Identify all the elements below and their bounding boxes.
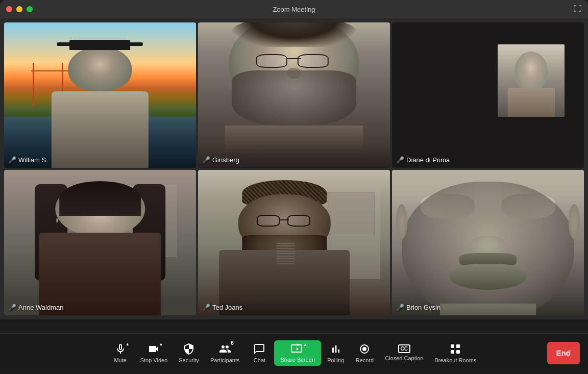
video-arrow[interactable]: ▲ bbox=[159, 342, 163, 346]
traffic-lights bbox=[6, 6, 33, 12]
security-label: Security bbox=[179, 357, 199, 363]
participant-cell-william: 🎤 William S. bbox=[4, 22, 196, 168]
video-grid: 🎤 William S. bbox=[0, 18, 588, 319]
participant-cell-ginsberg: 🎤 Ginsberg bbox=[198, 22, 390, 168]
participant-name-ginsberg: 🎤 Ginsberg bbox=[202, 156, 239, 164]
share-screen-label: Share Screen bbox=[280, 357, 314, 363]
mic-muted-icon-diane: 🎤 bbox=[396, 156, 404, 164]
cc-icon: CC bbox=[398, 344, 410, 353]
record-label: Record bbox=[356, 357, 374, 363]
participants-icon-wrapper: 6 bbox=[219, 343, 231, 355]
svg-rect-5 bbox=[451, 350, 454, 354]
participant-count: 6 bbox=[231, 340, 234, 346]
end-button[interactable]: End bbox=[547, 342, 580, 364]
mic-muted-icon-ted: 🎤 bbox=[202, 304, 210, 311]
mute-label: Mute bbox=[114, 357, 126, 363]
participant-cell-brion: 🎤 Brion Gysin bbox=[392, 170, 584, 315]
participants-label: Participants bbox=[210, 357, 239, 363]
mic-muted-icon-william: 🎤 bbox=[8, 156, 16, 164]
microphone-icon bbox=[114, 343, 127, 355]
mic-muted-icon-anne: 🎤 bbox=[8, 304, 16, 311]
chat-button[interactable]: Chat bbox=[246, 340, 273, 366]
svg-rect-4 bbox=[456, 344, 460, 348]
chat-label: Chat bbox=[254, 357, 265, 363]
participant-name-william: 🎤 William S. bbox=[8, 156, 48, 164]
mute-button[interactable]: ▲ Mute bbox=[107, 340, 134, 366]
closed-caption-label: Closed Caption bbox=[385, 355, 423, 361]
participant-name-ted: 🎤 Ted Joans bbox=[202, 304, 242, 311]
mute-icon-wrapper: ▲ bbox=[114, 343, 127, 355]
participants-button[interactable]: 6 Participants bbox=[205, 340, 244, 366]
mic-active-icon-ginsberg: 🎤 bbox=[202, 156, 210, 164]
toolbar: ▲ Mute ▲ Stop Video Security bbox=[0, 333, 588, 372]
security-button[interactable]: Security bbox=[174, 340, 204, 366]
share-screen-button[interactable]: ▲ Share Screen bbox=[274, 340, 321, 366]
participant-name-diane: 🎤 Diane di Prima bbox=[396, 156, 450, 164]
participant-name-anne: 🎤 Anne Waldman bbox=[8, 304, 63, 311]
mic-muted-icon-brion: 🎤 bbox=[396, 304, 404, 311]
breakout-rooms-button[interactable]: Breakout Rooms bbox=[429, 340, 481, 366]
svg-rect-3 bbox=[451, 344, 454, 348]
window-title: Zoom Meeting bbox=[273, 6, 315, 13]
stop-video-label: Stop Video bbox=[140, 357, 168, 363]
polling-label: Polling bbox=[327, 357, 344, 363]
polling-icon bbox=[330, 343, 342, 355]
breakout-rooms-label: Breakout Rooms bbox=[434, 357, 476, 363]
chat-icon bbox=[253, 343, 265, 355]
polling-button[interactable]: Polling bbox=[322, 340, 350, 366]
participant-cell-diane: 🎤 Diane di Prima bbox=[392, 22, 584, 168]
stop-video-button[interactable]: ▲ Stop Video bbox=[135, 340, 173, 366]
record-icon bbox=[358, 343, 371, 355]
maximize-button[interactable] bbox=[27, 6, 33, 12]
svg-point-2 bbox=[362, 347, 366, 351]
share-screen-icon bbox=[291, 343, 304, 355]
closed-caption-button[interactable]: CC Closed Caption bbox=[380, 341, 428, 364]
participant-cell-ted: 🎤 Ted Joans bbox=[198, 170, 390, 315]
participant-cell-anne: 🎤 Anne Waldman bbox=[4, 170, 196, 315]
share-screen-arrow[interactable]: ▲ bbox=[303, 342, 307, 347]
mute-arrow[interactable]: ▲ bbox=[126, 342, 130, 346]
participant-name-brion: 🎤 Brion Gysin bbox=[396, 304, 440, 311]
breakout-rooms-icon bbox=[449, 343, 461, 355]
minimize-button[interactable] bbox=[16, 6, 22, 12]
participants-icon bbox=[219, 343, 231, 355]
share-screen-icon-wrapper: ▲ bbox=[291, 343, 304, 355]
stop-video-icon-wrapper: ▲ bbox=[148, 343, 160, 355]
video-camera-icon bbox=[148, 343, 160, 355]
titlebar: Zoom Meeting bbox=[0, 0, 588, 18]
svg-rect-6 bbox=[456, 350, 460, 354]
shield-icon bbox=[183, 343, 195, 355]
record-button[interactable]: Record bbox=[351, 340, 379, 366]
fullscreen-button[interactable] bbox=[574, 5, 582, 14]
bottom-spacing bbox=[0, 319, 588, 333]
toolbar-items: ▲ Mute ▲ Stop Video Security bbox=[107, 340, 482, 366]
close-button[interactable] bbox=[6, 6, 12, 12]
